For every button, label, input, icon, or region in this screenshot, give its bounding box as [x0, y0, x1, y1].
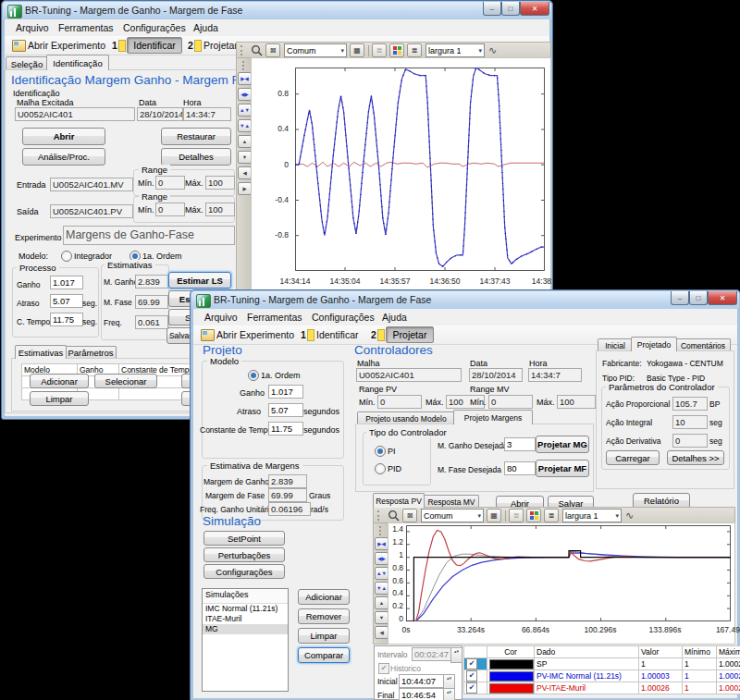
menu-arquivo[interactable]: Arquivo — [204, 312, 238, 323]
line-style-button[interactable]: ≣ — [544, 509, 559, 522]
ctempo-field[interactable]: 11.75 — [268, 422, 303, 436]
freq-field[interactable]: 0.061 — [135, 315, 168, 329]
pan-up-button[interactable]: ▲ — [238, 135, 252, 148]
export-button[interactable]: ⊠ — [265, 43, 280, 57]
projetar-button[interactable]: Projetar — [386, 326, 434, 343]
pv-min-field[interactable]: 0 — [377, 395, 422, 409]
radio-pid[interactable] — [375, 463, 386, 474]
menu-ajuda[interactable]: Ajuda — [382, 312, 407, 323]
table-row[interactable]: ✔ PV-IMC Normal (11.21s) 1.00003 1 1.000… — [464, 670, 740, 682]
final-field[interactable]: 10:46:54 — [399, 688, 445, 700]
final-spinner[interactable]: ▴▾ — [443, 688, 455, 700]
setpoint-button[interactable]: SetPoint — [204, 531, 285, 546]
ganho-field[interactable]: 1.017 — [50, 276, 83, 289]
tab-projeto-modelo[interactable]: Projeto usando Modelo — [357, 411, 455, 424]
historico-checkbox[interactable]: ✔ — [378, 663, 389, 674]
pan-right-button[interactable]: ▶ — [238, 182, 252, 195]
chart1-plot[interactable] — [295, 68, 545, 271]
close-button[interactable]: ✕ — [520, 2, 549, 16]
tab-projeto-margens[interactable]: Projeto Margens — [453, 410, 533, 424]
tab-projetado[interactable]: Projetado — [631, 337, 677, 351]
inicial-field[interactable]: 10:44:07 — [399, 674, 445, 688]
rows-button[interactable]: ≣ — [509, 509, 524, 522]
toolbar-handle[interactable] — [240, 45, 245, 55]
menu-configuracoes[interactable]: Configurações — [123, 22, 186, 33]
mv-min-field[interactable]: 0 — [488, 395, 533, 409]
mganho-field[interactable]: 2.839 — [135, 275, 168, 289]
malha-excitada-field[interactable]: U0052AIC401 — [15, 107, 135, 121]
width-combo[interactable]: largura 1▾ — [426, 43, 485, 57]
acao-proporcional-field[interactable]: 105.7 — [672, 397, 708, 411]
detalhes-button[interactable]: Detalhes >> — [667, 450, 724, 465]
remover-button[interactable]: Remover — [298, 608, 350, 624]
table-row[interactable]: ✔ SP 1 1 1.00028 — [464, 658, 740, 670]
intervalo-field[interactable]: 00:02:47 — [412, 647, 452, 661]
menu-configuracoes[interactable]: Configurações — [312, 312, 375, 323]
tab-resposta-mv[interactable]: Resposta MV — [424, 495, 479, 508]
tab-estimativas[interactable]: Estimativas — [15, 345, 67, 359]
limpar-button[interactable]: Limpar — [30, 391, 89, 406]
grid-toggle-button[interactable]: ▦ — [350, 43, 364, 57]
analise-proc-button[interactable]: Análise/Proc. — [22, 148, 105, 166]
row-checkbox[interactable]: ✔ — [466, 670, 477, 682]
menu-ajuda[interactable]: Ajuda — [193, 22, 218, 33]
hora-field[interactable]: 14:34:7 — [183, 107, 231, 121]
saida-field[interactable]: U0052AIC401.PV — [50, 204, 133, 218]
menu-ferramentas[interactable]: Ferramentas — [247, 312, 302, 323]
scale-combo[interactable]: Comum▾ — [284, 43, 347, 57]
compress-x-button[interactable]: ▶◀ — [238, 72, 252, 85]
minimize-button[interactable]: – — [483, 2, 501, 16]
menu-ferramentas[interactable]: Ferramentas — [58, 22, 114, 33]
mfase-field[interactable]: 69.99 — [135, 295, 168, 309]
acao-integral-field[interactable]: 10 — [672, 415, 708, 429]
freq-unitario-field[interactable]: 0.06196 — [268, 502, 311, 516]
hora-field[interactable]: 14:34:7 — [528, 368, 582, 382]
range2-min-field[interactable]: 0 — [155, 203, 185, 216]
tab-comentarios[interactable]: Comentários — [675, 338, 731, 351]
radio-integrador[interactable] — [61, 251, 72, 262]
expand-y-button[interactable]: ▲▼ — [238, 104, 252, 117]
export-button[interactable]: ⊠ — [402, 509, 417, 522]
close-button[interactable]: ✕ — [708, 291, 737, 305]
tab-inicial[interactable]: Inicial — [598, 338, 633, 351]
margem-fase-field[interactable]: 69.99 — [268, 488, 307, 502]
abrir-button[interactable]: Abrir — [22, 128, 105, 145]
list-item[interactable]: ITAE-Muril — [203, 614, 288, 624]
carregar-button[interactable]: Carregar — [606, 450, 660, 465]
maximize-button[interactable]: □ — [689, 291, 708, 305]
entrada-field[interactable]: U0052AIC401.MV — [50, 178, 133, 191]
grid-toggle-button[interactable]: ▦ — [487, 509, 501, 522]
experimento-field[interactable]: Margens de Ganho-Fase — [63, 226, 235, 245]
mfase-desejada-field[interactable]: 80 — [504, 461, 536, 475]
tab-identificacao[interactable]: Identificação — [46, 55, 109, 70]
malha-field[interactable]: U0052AIC401 — [356, 368, 462, 382]
chart2-plot[interactable] — [406, 525, 731, 621]
open-experiment-button[interactable]: Abrir Experimento — [28, 40, 105, 51]
simulacoes-list[interactable]: Simulações IMC Normal (11.21s) ITAE-Muri… — [202, 588, 289, 692]
expand-x-button[interactable]: ◀▶ — [238, 88, 252, 101]
perturbacoes-button[interactable]: Perturbações — [204, 547, 285, 562]
zoom-icon[interactable] — [251, 44, 263, 56]
range1-min-field[interactable]: 0 — [155, 176, 185, 190]
list-item[interactable]: MG — [203, 624, 288, 634]
titlebar[interactable]: BR-Tuning - Margem de Ganho - Margem de … — [191, 291, 739, 309]
range1-max-field[interactable]: 100 — [205, 176, 235, 190]
minimize-button[interactable]: – — [671, 291, 689, 305]
row-checkbox[interactable]: ✔ — [466, 682, 477, 694]
atraso-field[interactable]: 5.07 — [50, 294, 83, 308]
adicionar-button[interactable]: Adicionar — [30, 374, 89, 388]
scale-combo[interactable]: Comum▾ — [421, 509, 484, 522]
open-experiment-button[interactable]: Abrir Experimento — [216, 329, 294, 340]
identificar-button[interactable]: Identificar — [127, 37, 182, 54]
projetar-mf-button[interactable]: Projetar MF — [536, 460, 589, 477]
adicionar-button[interactable]: Adicionar — [298, 589, 350, 605]
pan-down-button[interactable]: ▼ — [238, 151, 252, 164]
projetar-mg-button[interactable]: Projetar MG — [536, 436, 589, 453]
tab-selecao[interactable]: Seleção — [6, 56, 48, 70]
titlebar[interactable]: BR-Tuning - Margem de Ganho - Margem de … — [3, 2, 551, 19]
configuracoes-button[interactable]: Configurações — [204, 564, 285, 579]
atraso-field[interactable]: 5.07 — [268, 403, 303, 417]
estimar-ls-button[interactable]: Estimar LS — [168, 272, 231, 289]
zoom-icon[interactable] — [388, 510, 400, 522]
rows-button[interactable]: ≣ — [372, 43, 387, 57]
